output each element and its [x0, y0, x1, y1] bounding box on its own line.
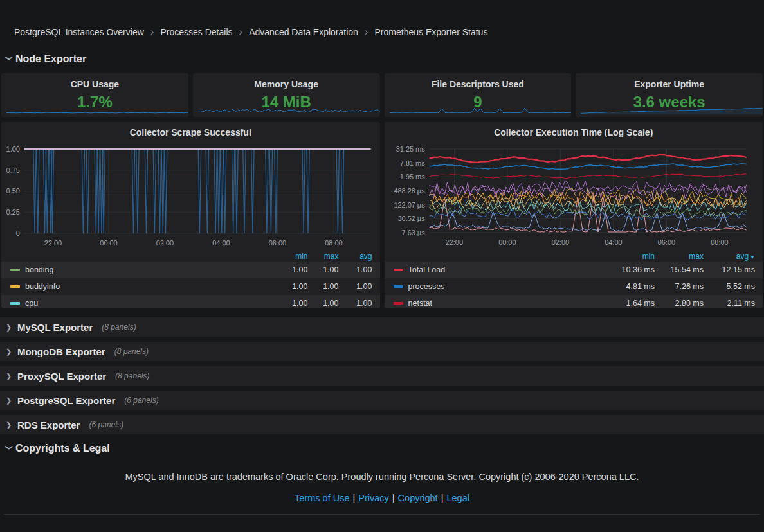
series-color-swatch [394, 269, 403, 271]
link-separator: | [441, 493, 444, 503]
series-color-swatch [10, 269, 20, 271]
panel-collector-scrape-successful: Collector Scrape Successful 1.000.750.50… [1, 122, 380, 308]
x-axis-tick: 22:00 [44, 239, 62, 247]
scrape-legend: minmaxavgbonding1.001.001.00buddyinfo1.0… [1, 251, 380, 308]
chart-panels-row: Collector Scrape Successful 1.000.750.50… [1, 122, 763, 308]
stat-panel-title[interactable]: Memory Usage [193, 73, 380, 89]
legal-link-privacy[interactable]: Privacy [358, 493, 389, 503]
x-axis-tick: 02:00 [551, 238, 568, 246]
stat-panel-title[interactable]: Exporter Uptime [576, 73, 763, 89]
stat-value: 1.7% [1, 93, 188, 111]
section-header-copyrights-legal[interactable]: ❯ Copyrights & Legal [5, 443, 764, 454]
section-header-node-exporter[interactable]: ❯ Node Exporter [5, 53, 764, 65]
legend-avg-value: 2.11 ms [704, 299, 755, 308]
link-separator: | [392, 493, 395, 503]
series-color-swatch [10, 285, 20, 288]
copyright-text: MySQL and InnoDB are trademarks of Oracl… [0, 472, 764, 482]
legend-column-max[interactable]: max [308, 252, 339, 261]
chevron-right-icon: ❯ [6, 323, 16, 332]
legend-column-min[interactable]: min [273, 252, 308, 261]
legend-avg-value: 1.00 [339, 282, 372, 291]
legend-series-name[interactable]: Total Load [408, 265, 446, 274]
stat-panels-row: CPU Usage1.7%Memory Usage14 MiBFile Desc… [1, 73, 763, 117]
execution-time-chart: 31.25 ms7.81 ms1.95 ms488.28 µs122.07 µs… [385, 139, 763, 251]
breadcrumb-item-advanced-data-exploration[interactable]: Advanced Data Exploration [249, 27, 358, 37]
legend-min-value: 4.81 ms [599, 282, 655, 291]
y-axis-tick: 0.75 [6, 166, 20, 174]
legal-link-legal[interactable]: Legal [446, 493, 469, 503]
breadcrumb-separator-icon: › [365, 28, 368, 37]
y-axis-tick: 488.28 µs [394, 187, 425, 195]
legend-avg-value: 12.15 ms [704, 265, 755, 274]
breadcrumb-item-postgresql-instances-overview[interactable]: PostgreSQL Instances Overview [14, 27, 144, 37]
execution-legend: minmaxavg▼Total Load10.36 ms15.54 ms12.1… [385, 251, 763, 308]
stat-panel-title[interactable]: CPU Usage [1, 73, 188, 89]
legend-series-name[interactable]: buddyinfo [25, 282, 60, 291]
chevron-down-icon: ❯ [5, 445, 14, 455]
series-color-swatch [394, 302, 403, 305]
x-axis-tick: 06:00 [269, 239, 286, 247]
section-row-mysql-exporter[interactable]: ❯MySQL Exporter(8 panels) [0, 317, 764, 337]
chevron-right-icon: ❯ [6, 421, 16, 429]
legend-series: bonding [10, 265, 273, 274]
x-axis-tick: 08:00 [711, 238, 728, 246]
panel-title[interactable]: Collector Scrape Successful [1, 122, 380, 139]
panel-title[interactable]: Collector Execution Time (Log Scale) [385, 122, 763, 139]
link-separator: | [352, 493, 355, 503]
legend-max-value: 7.26 ms [655, 282, 704, 291]
y-axis-tick: 0 [16, 229, 20, 237]
legend-column-min[interactable]: min [599, 252, 655, 261]
section-row-postgresql-exporter[interactable]: ❯PostgreSQL Exporter(6 panels) [0, 391, 764, 410]
legend-min-value: 1.00 [273, 299, 308, 308]
x-axis-tick: 00:00 [498, 238, 516, 246]
y-axis-tick: 7.81 ms [399, 159, 424, 167]
section-row-rds-exporter[interactable]: ❯RDS Exporter(6 panels) [0, 415, 764, 434]
legend-header-row: minmaxavg▼ [385, 251, 763, 262]
legend-row-netstat: netstat1.64 ms2.80 ms2.11 ms [385, 295, 763, 308]
y-axis-tick: 122.07 µs [394, 201, 425, 209]
section-panel-count: (8 panels) [115, 371, 149, 380]
section-panel-count: (6 panels) [89, 420, 123, 429]
y-axis-tick: 0.25 [6, 208, 20, 216]
x-axis-tick: 04:00 [605, 238, 622, 246]
x-axis-tick: 02:00 [156, 239, 174, 247]
legend-max-value: 1.00 [308, 265, 339, 274]
stat-panel-title[interactable]: File Descriptors Used [385, 73, 572, 89]
legal-link-copyright[interactable]: Copyright [398, 493, 438, 503]
y-axis-tick: 0.50 [6, 187, 20, 195]
breadcrumb-item-processes-details[interactable]: Processes Details [160, 27, 232, 37]
legend-max-value: 2.80 ms [655, 299, 704, 308]
collapsed-sections: ❯MySQL Exporter(8 panels)❯MongoDB Export… [0, 317, 764, 434]
section-row-mongodb-exporter[interactable]: ❯MongoDB Exporter(8 panels) [0, 342, 764, 361]
legend-row-cpu: cpu1.001.001.00 [1, 295, 380, 308]
legend-series-name[interactable]: bonding [25, 265, 54, 274]
stat-panel-exporter-uptime: Exporter Uptime3.6 weeks [576, 73, 763, 117]
legend-series-name[interactable]: cpu [25, 299, 38, 308]
section-row-proxysql-exporter[interactable]: ❯ProxySQL Exporter(8 panels) [0, 366, 764, 386]
section-row-title: PostgreSQL Exporter [17, 395, 115, 406]
x-axis-tick: 08:00 [325, 239, 342, 247]
legend-series: buddyinfo [10, 282, 273, 291]
legend-series: Total Load [394, 265, 600, 274]
legend-row-bonding: bonding1.001.001.00 [1, 262, 380, 278]
breadcrumb-item-prometheus-exporter-status[interactable]: Prometheus Exporter Status [375, 27, 488, 37]
legal-links: Terms of Use|Privacy|Copyright|Legal [0, 493, 764, 503]
legend-series-name[interactable]: netstat [408, 299, 433, 308]
stat-panel-file-descriptors-used: File Descriptors Used9 [385, 73, 572, 117]
stat-panel-cpu-usage: CPU Usage1.7% [1, 73, 188, 117]
legend-avg-value: 1.00 [339, 265, 372, 274]
chevron-down-icon: ❯ [5, 55, 14, 66]
x-axis-tick: 06:00 [657, 238, 675, 246]
legend-column-avg[interactable]: avg▼ [704, 252, 755, 261]
legend-column-avg[interactable]: avg [339, 252, 372, 261]
legend-avg-value: 5.52 ms [704, 282, 755, 291]
legend-column-max[interactable]: max [655, 252, 704, 261]
section-row-title: MySQL Exporter [17, 322, 93, 333]
y-axis-tick: 7.63 µs [401, 229, 425, 236]
section-row-title: RDS Exporter [17, 420, 80, 430]
legend-avg-value: 1.00 [339, 299, 372, 308]
legal-link-terms-of-use[interactable]: Terms of Use [295, 493, 349, 503]
legend-series-name[interactable]: processes [408, 282, 445, 291]
legend-header-row: minmaxavg [1, 251, 380, 262]
breadcrumb-separator-icon: › [239, 28, 243, 37]
